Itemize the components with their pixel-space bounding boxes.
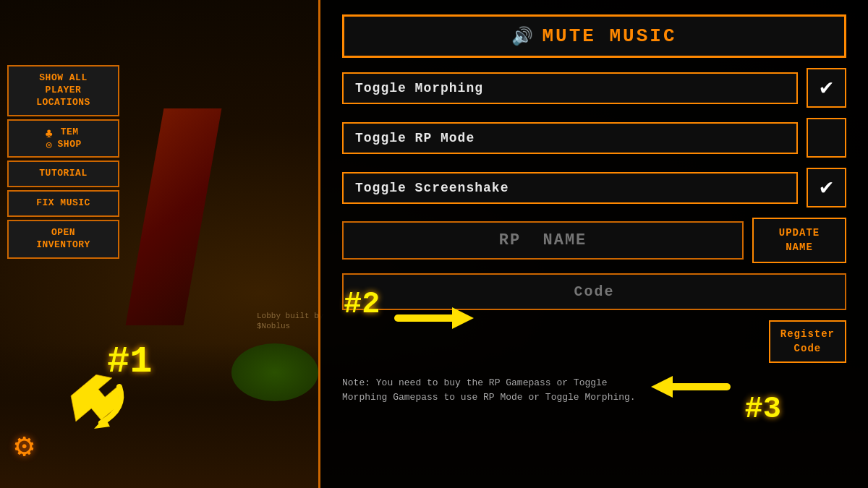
rp-name-row: UPDATE NAME	[342, 218, 846, 263]
toggle-screenshake-row: Toggle Screenshake ✔	[342, 168, 846, 207]
checkmark-screenshake: ✔	[820, 177, 833, 199]
annotation-3: #3	[745, 392, 781, 427]
register-code-button[interactable]: Register Code	[769, 320, 846, 363]
update-name-button[interactable]: UPDATE NAME	[752, 218, 846, 263]
toggle-morphing-button[interactable]: Toggle Morphing	[342, 72, 798, 104]
tem-icon: ♣ ◎	[45, 127, 53, 150]
open-inventory-button[interactable]: OPEN INVENTORY	[7, 220, 119, 259]
toggle-screenshake-button[interactable]: Toggle Screenshake	[342, 172, 798, 204]
sidebar: Show All Player Locations ♣ ◎ TEM SHOP T…	[7, 65, 119, 259]
checkmark-morphing: ✔	[820, 77, 833, 99]
tutorial-button[interactable]: Tutorial	[7, 160, 119, 187]
main-panel: 🔊 MUTE MUSIC Toggle Morphing ✔ Toggle RP…	[318, 0, 868, 488]
svg-marker-3	[651, 376, 673, 398]
arrow-1-icon	[58, 372, 137, 430]
mute-music-label: MUTE MUSIC	[542, 25, 676, 47]
speaker-icon: 🔊	[511, 26, 533, 46]
bg-green-element	[231, 343, 318, 401]
lobby-credit: Lobby built by $Noblus	[257, 311, 323, 332]
annotation-2: #2	[344, 287, 380, 322]
show-all-locations-button[interactable]: Show All Player Locations	[7, 65, 119, 116]
toggle-rp-mode-button[interactable]: Toggle RP Mode	[342, 122, 798, 154]
toggle-morphing-checkbox[interactable]: ✔	[807, 68, 846, 108]
arrow-3-icon	[647, 369, 734, 405]
toggle-rp-mode-checkbox[interactable]: ✔	[807, 118, 846, 158]
mute-music-button[interactable]: 🔊 MUTE MUSIC	[342, 14, 846, 58]
tem-shop-label: TEM SHOP	[58, 127, 82, 151]
gear-icon[interactable]: ⚙	[14, 426, 34, 466]
arrow-2-icon	[391, 300, 477, 336]
toggle-rp-mode-row: Toggle RP Mode ✔	[342, 118, 846, 158]
bg-red-shape	[126, 108, 222, 325]
fix-music-button[interactable]: Fix Music	[7, 190, 119, 217]
rp-name-input[interactable]	[342, 221, 744, 260]
toggle-screenshake-checkbox[interactable]: ✔	[807, 168, 846, 207]
toggle-morphing-row: Toggle Morphing ✔	[342, 68, 846, 108]
tem-shop-button[interactable]: ♣ ◎ TEM SHOP	[7, 119, 119, 158]
svg-marker-2	[452, 307, 474, 329]
